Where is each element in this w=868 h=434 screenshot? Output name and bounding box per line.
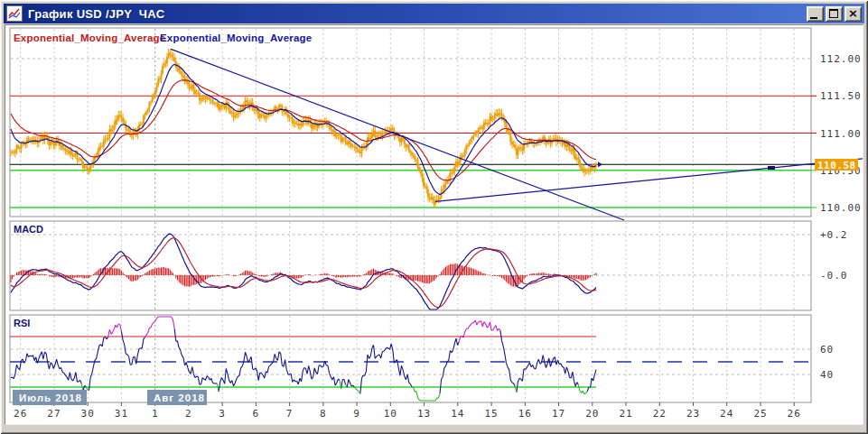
close-button[interactable]: × [845, 6, 862, 22]
x-axis: 2627303112367891013141516172021222324252… [14, 402, 801, 420]
x-axis-label: 24 [720, 408, 733, 420]
chart-content: 2627303112367891013141516172021222324252… [5, 24, 863, 425]
price-tick-112.00: 112.00 [820, 53, 862, 65]
macd-tick-zero: -0.0 [820, 270, 848, 282]
chart-window: График USD /JPY ЧАС × 262730311236789101… [0, 0, 868, 434]
x-axis-label: 25 [753, 408, 767, 420]
title-bar[interactable]: График USD /JPY ЧАС × [4, 4, 864, 23]
last-price-tag: 110.58 [815, 159, 858, 171]
x-axis-label: 7 [286, 408, 294, 420]
x-axis-label: 30 [81, 408, 95, 420]
close-icon: × [845, 6, 861, 20]
svg-text:Июль 2018: Июль 2018 [19, 392, 82, 403]
rsi-label: RSI [14, 318, 30, 328]
maximize-button[interactable] [826, 6, 843, 22]
x-axis-label: 10 [384, 408, 397, 420]
x-axis-label: 14 [451, 408, 464, 420]
x-axis-label: 17 [552, 408, 565, 420]
x-axis-label: 20 [585, 408, 599, 420]
x-axis-label: 27 [47, 408, 61, 420]
month-badge-july: Июль 2018 [13, 390, 87, 405]
month-badge-aug: Авг 2018 [147, 390, 207, 405]
x-axis-label: 31 [115, 408, 128, 420]
x-axis-label: 22 [653, 408, 667, 420]
x-axis-label: 23 [686, 408, 700, 420]
price-tick-110.00: 110.00 [820, 202, 862, 214]
chart-document-icon [6, 5, 23, 22]
x-axis-label: 6 [253, 408, 260, 420]
rsi-panel[interactable] [10, 315, 811, 402]
x-axis-label: 8 [320, 408, 327, 420]
legend-ema-blue: Exponential_Moving_Average [160, 32, 312, 43]
macd-label: MACD [14, 224, 43, 235]
svg-text:Авг 2018: Авг 2018 [154, 392, 205, 403]
minimize-icon [810, 17, 817, 19]
x-axis-label: 15 [484, 408, 498, 420]
x-axis-label: 1 [152, 408, 159, 420]
x-axis-label: 9 [353, 408, 360, 420]
minimize-button[interactable] [807, 6, 824, 22]
chart-canvas[interactable]: 2627303112367891013141516172021222324252… [5, 25, 863, 424]
rsi-tick-40: 40 [820, 369, 834, 381]
x-axis-label: 13 [417, 408, 431, 420]
last-price-value: 110.58 [817, 160, 856, 171]
maximize-icon [829, 9, 838, 18]
x-axis-label: 16 [518, 408, 532, 420]
trendline-handle[interactable] [768, 166, 775, 170]
price-tick-111.50: 111.50 [820, 90, 862, 102]
legend-ema-red: Exponential_Moving_Average [14, 32, 165, 43]
price-panel[interactable] [10, 28, 811, 217]
price-tick-111.00: 111.00 [820, 128, 862, 140]
x-axis-label: 21 [619, 408, 632, 420]
rsi-tick-60: 60 [820, 344, 834, 356]
x-axis-label: 26 [14, 408, 27, 420]
x-axis-label: 3 [219, 408, 226, 420]
x-axis-label: 26 [788, 408, 801, 420]
x-axis-label: 2 [185, 408, 192, 420]
window-title: График USD /JPY ЧАС [28, 7, 164, 21]
macd-tick-plus02: +0.2 [820, 229, 848, 241]
